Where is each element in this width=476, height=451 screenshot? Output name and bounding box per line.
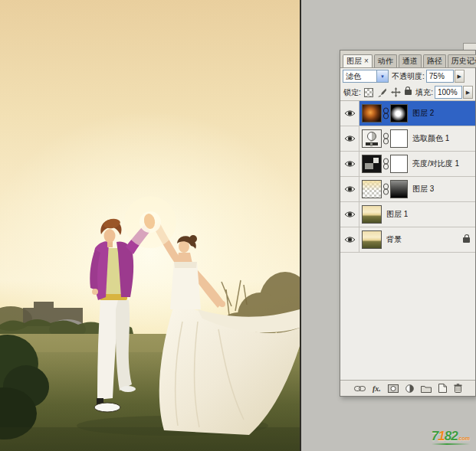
layer-name[interactable]: 背景 xyxy=(386,234,402,245)
eye-icon xyxy=(344,185,356,193)
tab-close-icon[interactable]: × xyxy=(364,57,369,65)
new-group-folder-icon[interactable] xyxy=(421,384,432,393)
blend-opacity-row: 滤色 ▼ 不透明度: 75% ▶ xyxy=(340,68,475,84)
blend-mode-select[interactable]: 滤色 ▼ xyxy=(343,70,389,83)
palette-bottom-toolbar: fx. xyxy=(340,380,475,396)
layer-mask-thumbnail[interactable] xyxy=(390,180,408,198)
layer-row-selective-color[interactable]: 选取颜色 1 xyxy=(340,126,475,152)
delete-layer-trash-icon[interactable] xyxy=(454,384,462,393)
layer-name[interactable]: 图层 3 xyxy=(412,184,434,194)
lock-pixels-brush-icon[interactable] xyxy=(377,87,387,97)
tab-actions[interactable]: 动作 xyxy=(374,54,397,67)
layer-name[interactable]: 选取颜色 1 xyxy=(412,133,449,144)
layer-list-empty-area xyxy=(340,253,475,380)
lock-all-icon[interactable] xyxy=(405,90,412,95)
visibility-toggle[interactable] xyxy=(340,101,359,126)
visibility-toggle[interactable] xyxy=(340,152,359,176)
fill-slider-button[interactable]: ▶ xyxy=(463,86,473,99)
layer-mask-thumbnail[interactable] xyxy=(390,129,408,148)
lock-fill-row: 锁定: 填充: 100% ▶ xyxy=(340,84,475,100)
layers-palette: 图层× 动作 通道 路径 历史记录 滤色 ▼ 不透明度: 75% ▶ 锁定: xyxy=(340,50,476,397)
layer-name[interactable]: 亮度/对比度 1 xyxy=(412,159,459,169)
fill-label: 填充: xyxy=(415,87,433,98)
sunset-wedding-photo xyxy=(0,0,300,451)
tab-layers[interactable]: 图层× xyxy=(343,54,373,67)
lock-label: 锁定: xyxy=(343,87,361,98)
background-lock-icon xyxy=(463,237,470,243)
visibility-toggle[interactable] xyxy=(340,227,359,252)
layer-thumbnail[interactable] xyxy=(362,104,382,123)
lock-transparency-icon[interactable] xyxy=(364,88,373,97)
layer-row-layer2[interactable]: 图层 2 xyxy=(340,101,475,126)
layer-list: 图层 2 选取颜色 1 xyxy=(340,100,475,253)
document-canvas[interactable] xyxy=(0,0,301,451)
layer-mask-thumbnail[interactable] xyxy=(390,155,408,173)
link-mask-icon xyxy=(382,158,389,170)
link-mask-icon xyxy=(382,107,389,119)
layer-thumbnail[interactable] xyxy=(362,230,382,249)
tab-paths[interactable]: 路径 xyxy=(423,54,446,67)
layer-name[interactable]: 图层 1 xyxy=(386,209,408,220)
layer-row-background[interactable]: 背景 xyxy=(340,227,475,253)
opacity-slider-button[interactable]: ▶ xyxy=(455,70,465,83)
layer-row-brightness-contrast[interactable]: 亮度/对比度 1 xyxy=(340,152,475,177)
eye-icon xyxy=(344,236,356,243)
link-mask-icon xyxy=(382,183,389,195)
link-mask-icon xyxy=(382,132,389,145)
layer-mask-thumbnail[interactable] xyxy=(390,104,408,123)
layer-row-layer3[interactable]: 图层 3 xyxy=(340,177,475,202)
eye-icon xyxy=(344,160,356,168)
adjustment-layer-thumbnail[interactable] xyxy=(362,129,382,148)
layer-style-fx-icon[interactable]: fx. xyxy=(373,384,381,393)
tab-channels[interactable]: 通道 xyxy=(399,54,422,67)
layer-name[interactable]: 图层 2 xyxy=(412,108,434,119)
add-layer-mask-icon[interactable] xyxy=(388,384,399,393)
chevron-down-icon[interactable]: ▼ xyxy=(376,70,388,82)
photoshop-workspace: 图层× 动作 通道 路径 历史记录 滤色 ▼ 不透明度: 75% ▶ 锁定: xyxy=(0,0,476,451)
visibility-toggle[interactable] xyxy=(340,177,359,201)
blend-mode-value: 滤色 xyxy=(343,71,376,82)
eye-icon xyxy=(344,211,356,218)
new-adjustment-layer-icon[interactable] xyxy=(405,384,414,393)
link-layers-icon[interactable] xyxy=(354,385,366,392)
layer-thumbnail[interactable] xyxy=(362,205,382,224)
tab-history[interactable]: 历史记录 xyxy=(448,54,476,67)
visibility-toggle[interactable] xyxy=(340,126,359,151)
palette-tab-bar: 图层× 动作 通道 路径 历史记录 xyxy=(340,51,475,68)
visibility-toggle[interactable] xyxy=(340,202,359,227)
new-layer-icon[interactable] xyxy=(438,384,447,393)
opacity-label: 不透明度: xyxy=(392,71,425,82)
watermark-7182: 7182.com xyxy=(432,430,470,445)
lock-position-move-icon[interactable] xyxy=(391,87,401,97)
fill-field[interactable]: 100% xyxy=(435,86,462,99)
layer-row-layer1[interactable]: 图层 1 xyxy=(340,202,475,227)
eye-icon xyxy=(344,109,356,117)
eye-icon xyxy=(344,135,356,142)
adjustment-layer-thumbnail[interactable] xyxy=(362,155,382,173)
opacity-field[interactable]: 75% xyxy=(426,70,454,83)
layer-thumbnail[interactable] xyxy=(362,180,382,198)
